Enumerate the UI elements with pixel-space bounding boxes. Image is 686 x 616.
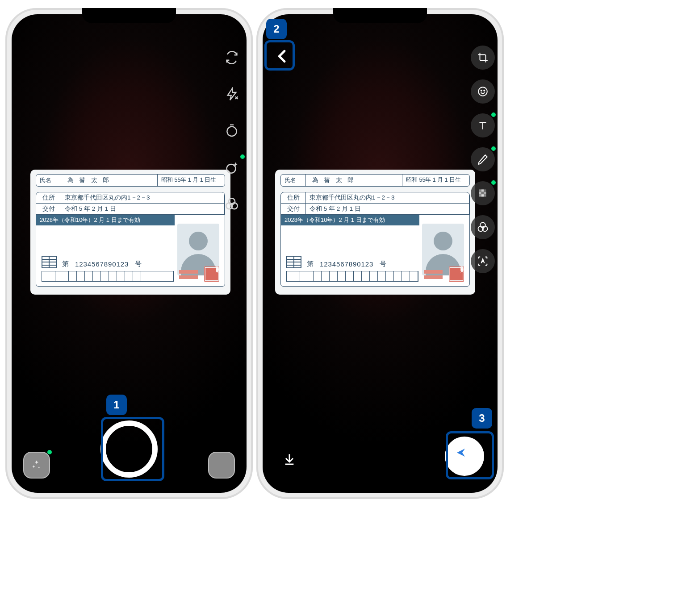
address-value: 東京都千代田区丸の内1－2－3 [61, 192, 225, 203]
shutter-button[interactable] [100, 420, 158, 478]
issue-value: 令和 5 年 2 月 1 日 [61, 204, 225, 214]
draw-icon[interactable] [471, 147, 495, 171]
num-go: 号 [380, 260, 386, 268]
dob-value: 昭和 55年 1 月 1 日生 [158, 175, 225, 186]
official-seal: 東京都公安委員印 [204, 266, 219, 282]
notch [333, 8, 427, 23]
mosaic-icon[interactable] [471, 181, 495, 205]
indicator-dot [491, 180, 496, 185]
indicator-dot [491, 146, 496, 151]
flash-off-icon[interactable] [220, 82, 244, 106]
official-seal: 東京都公安委員印 [449, 266, 464, 282]
num-dai: 第 [62, 260, 69, 268]
timer-icon[interactable] [220, 119, 244, 143]
valid-until-bar: 2028年（令和10年）2 月 1 日まで有効 [281, 215, 419, 225]
notch [82, 8, 176, 23]
name-label: 氏名 [281, 175, 306, 186]
license-number: 1234567890123 [75, 260, 129, 268]
phone-right: 氏名 為 替 太 郎 昭和 55年 1 月 1 日生 住所 東京都千代田区丸の内… [256, 8, 504, 499]
address-label: 住所 [281, 192, 306, 203]
decorative-stripes [179, 270, 198, 279]
auto-detect-icon[interactable] [471, 249, 495, 273]
dob-value: 昭和 55年 1 月 1 日生 [402, 175, 469, 186]
id-card-preview: 氏名 為 替 太 郎 昭和 55年 1 月 1 日生 住所 東京都千代田区丸の内… [275, 170, 475, 295]
svg-rect-20 [479, 194, 481, 196]
id-card-preview: 氏名 為 替 太 郎 昭和 55年 1 月 1 日生 住所 東京都千代田区丸の内… [30, 170, 230, 295]
switch-camera-icon[interactable] [220, 46, 244, 70]
decorative-stripes [424, 270, 443, 279]
valid-until-bar: 2028年（令和10年）2 月 1 日まで有効 [36, 215, 175, 225]
back-button[interactable] [268, 42, 297, 71]
callout-2: 2 [266, 19, 287, 39]
grid-row [42, 271, 174, 282]
ai-enhance-icon[interactable] [220, 155, 244, 179]
svg-point-9 [478, 87, 487, 96]
editor-sidebar [471, 46, 495, 273]
issue-label: 交付 [36, 204, 61, 214]
num-go: 号 [135, 260, 142, 268]
svg-rect-18 [481, 192, 484, 194]
camera-sidebar [220, 46, 244, 216]
svg-rect-21 [481, 194, 484, 196]
svg-rect-14 [479, 189, 481, 191]
filter-icon[interactable] [471, 215, 495, 239]
callout-1: 1 [106, 395, 127, 415]
filter-icon[interactable] [220, 192, 244, 216]
callout-3: 3 [472, 408, 492, 429]
text-icon[interactable] [471, 113, 495, 137]
num-dai: 第 [307, 260, 314, 268]
name-value: 為 替 太 郎 [61, 175, 158, 186]
svg-rect-16 [484, 189, 486, 191]
license-number: 1234567890123 [320, 260, 373, 268]
mode-switch-button[interactable] [209, 453, 234, 478]
indicator-dot [47, 450, 52, 454]
svg-point-5 [227, 164, 236, 173]
address-label: 住所 [36, 192, 61, 203]
svg-point-3 [227, 127, 236, 136]
issue-value: 令和 5 年 2 月 1 日 [306, 204, 469, 214]
emoji-icon[interactable] [471, 79, 495, 104]
grid-row [286, 271, 418, 282]
svg-point-10 [481, 90, 482, 91]
gallery-button[interactable] [24, 453, 49, 478]
svg-rect-22 [484, 194, 486, 196]
name-label: 氏名 [36, 175, 61, 186]
send-button[interactable] [445, 437, 484, 476]
svg-rect-15 [481, 189, 484, 191]
download-button[interactable] [277, 446, 302, 471]
indicator-dot [240, 154, 245, 159]
crop-icon[interactable] [471, 46, 495, 70]
phone-left: 氏名 為 替 太 郎 昭和 55年 1 月 1 日生 住所 東京都千代田区丸の内… [5, 8, 253, 499]
name-value: 為 替 太 郎 [306, 175, 402, 186]
indicator-dot [491, 112, 496, 117]
svg-rect-19 [484, 192, 486, 194]
issue-label: 交付 [281, 204, 306, 214]
svg-rect-17 [479, 192, 481, 194]
address-value: 東京都千代田区丸の内1－2－3 [306, 192, 469, 203]
grid-small [286, 256, 301, 268]
svg-marker-0 [228, 88, 236, 100]
svg-point-11 [484, 90, 485, 91]
grid-small [42, 256, 57, 268]
